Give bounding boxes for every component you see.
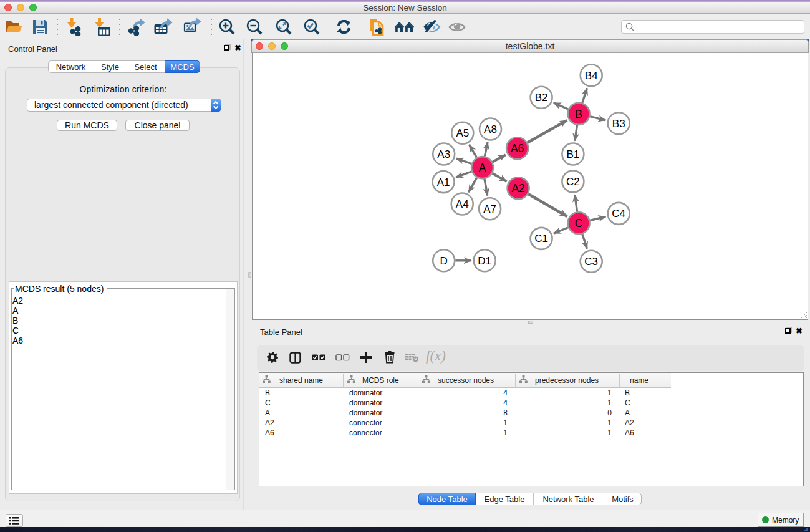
svg-text:C1: C1	[534, 233, 548, 244]
svg-text:D: D	[440, 255, 448, 267]
svg-text:C: C	[575, 217, 583, 230]
svg-text:A7: A7	[483, 203, 496, 215]
svg-text:A8: A8	[484, 123, 497, 135]
svg-text:B: B	[575, 108, 582, 120]
svg-text:A2: A2	[511, 182, 524, 195]
svg-text:D1: D1	[478, 255, 491, 267]
svg-text:A: A	[479, 162, 486, 174]
svg-text:C3: C3	[584, 256, 598, 268]
svg-text:C4: C4	[612, 208, 625, 220]
svg-text:B4: B4	[585, 70, 598, 82]
svg-text:C2: C2	[566, 176, 580, 188]
svg-text:B2: B2	[535, 92, 548, 104]
svg-text:B1: B1	[567, 148, 580, 160]
svg-text:A4: A4	[456, 198, 469, 210]
svg-text:B3: B3	[612, 118, 625, 130]
svg-text:A6: A6	[511, 142, 524, 155]
svg-text:A3: A3	[437, 148, 450, 160]
svg-text:A5: A5	[456, 127, 469, 139]
svg-text:A1: A1	[437, 177, 450, 188]
